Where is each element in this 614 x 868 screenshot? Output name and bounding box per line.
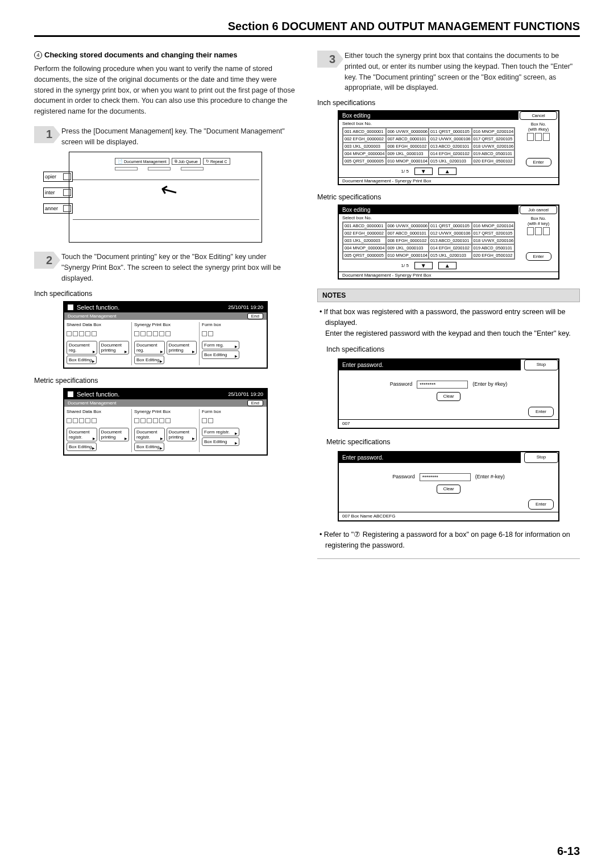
box-cell[interactable]: 014 EFGH_0200102 xyxy=(429,244,472,252)
cancel-button[interactable]: Cancel xyxy=(520,111,557,120)
doc-print-button[interactable]: Document printing xyxy=(99,341,130,354)
enter-button[interactable]: Enter xyxy=(528,407,554,417)
box-cell[interactable]: 019 ABCD_0500101 xyxy=(472,244,515,252)
box-cell[interactable]: 009 IJKL_0000103 xyxy=(386,244,429,252)
section-header: Section 6 DOCUMENT AND OUTPUT MANAGEMENT… xyxy=(34,20,580,37)
end-button[interactable]: End xyxy=(247,313,263,319)
box-cell[interactable]: 008 EFGH_0000102 xyxy=(386,237,429,244)
box-cell[interactable]: 016 MNOP_0200104 xyxy=(472,222,515,229)
step-badge-1: 1 xyxy=(34,126,53,143)
box-cell[interactable]: 016 MNOP_0200104 xyxy=(472,128,515,135)
box-cell[interactable]: 014 EFGH_0200102 xyxy=(429,150,472,157)
box-cell[interactable]: 012 UVWX_0000106 xyxy=(429,229,472,237)
box-cell[interactable]: 015 IJKL_0200103 xyxy=(429,157,472,165)
page-up-button[interactable]: ▲ xyxy=(438,168,457,175)
box-cell[interactable]: 017 QRST_0200105 xyxy=(472,229,515,237)
box-cell[interactable]: 019 ABCD_0500101 xyxy=(472,150,515,157)
left-column: 4 Checking stored documents and changing… xyxy=(34,51,297,559)
scanner-button[interactable]: anner xyxy=(43,203,73,214)
password-screen-metric: Enter password.Stop Password ******** (E… xyxy=(338,451,559,521)
box-cell[interactable]: 020 EFGH_0500102 xyxy=(472,157,515,165)
box-cell[interactable]: 020 EFGH_0500102 xyxy=(472,252,515,259)
box-edit-button[interactable]: Box Editing xyxy=(67,443,97,451)
repeat-tab[interactable]: ↻Repeat C xyxy=(203,158,230,165)
box-cell[interactable]: 011 QRST_0000105 xyxy=(429,222,472,229)
box-edit-button-3[interactable]: Box Editing xyxy=(202,437,239,446)
page-down-button[interactable]: ▼ xyxy=(414,262,433,269)
doc-print-button[interactable]: Document printing xyxy=(99,428,130,441)
box-cell[interactable]: 017 QRST_0200105 xyxy=(472,135,515,143)
password-label: Password xyxy=(392,473,415,481)
box-cell[interactable]: 015 IJKL_0200103 xyxy=(429,252,472,259)
box-cell[interactable]: 006 UVWX_0000006 xyxy=(386,128,429,135)
metric-caption-pwd: Metric specifications xyxy=(326,437,578,448)
numpad-icon xyxy=(520,227,557,235)
box-cell[interactable]: 001 ABCD_0000001 xyxy=(343,128,386,135)
form-box-icon xyxy=(202,328,264,340)
box-cell[interactable]: 005 QRST_0000005 xyxy=(343,157,386,165)
box-cell[interactable]: 002 EFGH_0000002 xyxy=(343,135,386,143)
metric-caption-r: Metric specifications xyxy=(317,193,580,201)
enter-button[interactable]: Enter xyxy=(528,499,554,510)
clear-button[interactable]: Clear xyxy=(437,392,460,401)
box-cell[interactable]: 012 UVWX_0000106 xyxy=(429,135,472,143)
box-cell[interactable]: 003 IJKL_0200003 xyxy=(343,237,386,244)
breadcrumb: Document Management - Synergy Print Box xyxy=(339,272,558,278)
doc-reg-button[interactable]: Document reg. xyxy=(67,341,97,354)
box-editing-screen-inch: Box editing Select box No. 001 ABCD_0000… xyxy=(338,110,559,185)
box-cell[interactable]: 005 QRST_0000005 xyxy=(343,252,386,259)
box-cell[interactable]: 011 QRST_0000105 xyxy=(429,128,472,135)
numpad-icon xyxy=(520,133,557,141)
end-button[interactable]: End xyxy=(247,400,263,406)
doc-print-button-2[interactable]: Document printing xyxy=(167,341,197,354)
box-edit-button[interactable]: Box Editing xyxy=(67,356,97,364)
step3-text: Either touch the synergy print box that … xyxy=(345,51,580,93)
console-figure: 📄Document Management ⧉Job Queue ↻Repeat … xyxy=(69,152,262,243)
box-cell[interactable]: 008 EFGH_0000102 xyxy=(386,143,429,150)
enter-button[interactable]: Enter xyxy=(526,252,551,261)
box-cell[interactable]: 004 MNOP_0000004 xyxy=(343,150,386,157)
password-hint: (Enter #-key) xyxy=(475,473,505,481)
stop-button[interactable]: Stop xyxy=(524,452,558,463)
box-cell[interactable]: 013 ABCD_0200101 xyxy=(429,237,472,244)
box-cell[interactable]: 009 IJKL_0000103 xyxy=(386,150,429,157)
box-cell[interactable]: 007 ABCD_0000101 xyxy=(386,135,429,143)
intro-paragraph: Perform the following procedure when you… xyxy=(34,64,297,117)
doc-reg-button-2[interactable]: Document registr. xyxy=(134,428,165,441)
page-down-button[interactable]: ▼ xyxy=(414,168,433,175)
doc-reg-button[interactable]: Document registr. xyxy=(67,428,97,441)
box-cell[interactable]: 013 ABCD_0200101 xyxy=(429,143,472,150)
box-cell[interactable]: 007 ABCD_0000101 xyxy=(386,229,429,237)
box-edit-button-2[interactable]: Box Editing xyxy=(134,356,164,364)
box-cell[interactable]: 003 IJKL_0200003 xyxy=(343,143,386,150)
doc-mgmt-tab[interactable]: 📄Document Management xyxy=(115,158,169,165)
password-field[interactable]: ******** xyxy=(420,473,471,481)
copier-button[interactable]: opier xyxy=(43,172,73,182)
job-cancel-button[interactable]: Job cancel xyxy=(520,206,557,214)
box-edit-button-2[interactable]: Box Editing xyxy=(134,443,164,451)
enter-button[interactable]: Enter xyxy=(526,158,551,166)
box-edit-button-3[interactable]: Box Editing xyxy=(202,350,239,359)
box-cell[interactable]: 010 MNOP_0000104 xyxy=(386,252,429,259)
job-queue-tab[interactable]: ⧉Job Queue xyxy=(172,158,201,165)
stop-button[interactable]: Stop xyxy=(524,360,558,370)
box-cell[interactable]: 006 UVWX_0000006 xyxy=(386,222,429,229)
box-cell[interactable]: 018 UVWX_0200106 xyxy=(472,143,515,150)
scanner-icon xyxy=(63,205,71,212)
box-cell[interactable]: 002 EFGH_0000002 xyxy=(343,229,386,237)
form-reg-button[interactable]: Form reg. xyxy=(202,341,239,349)
subheading-text: Checking stored documents and changing t… xyxy=(44,51,238,59)
doc-reg-button-2[interactable]: Document reg. xyxy=(134,341,165,354)
printer-button[interactable]: inter xyxy=(43,187,73,198)
page-up-button[interactable]: ▲ xyxy=(438,262,457,269)
note-line-1b: Enter the registered password with the k… xyxy=(325,329,571,337)
box-cell[interactable]: 001 ABCD_0000001 xyxy=(343,222,386,229)
clear-button[interactable]: Clear xyxy=(437,485,460,494)
box-cell[interactable]: 010 MNOP_0000104 xyxy=(386,157,429,165)
password-field[interactable]: ******** xyxy=(417,381,468,389)
form-reg-button[interactable]: Form registr. xyxy=(202,428,239,436)
window-icon xyxy=(68,391,73,397)
doc-print-button-2[interactable]: Document printing xyxy=(167,428,197,441)
box-cell[interactable]: 004 MNOP_0000004 xyxy=(343,244,386,252)
box-cell[interactable]: 018 UVWX_0200106 xyxy=(472,237,515,244)
